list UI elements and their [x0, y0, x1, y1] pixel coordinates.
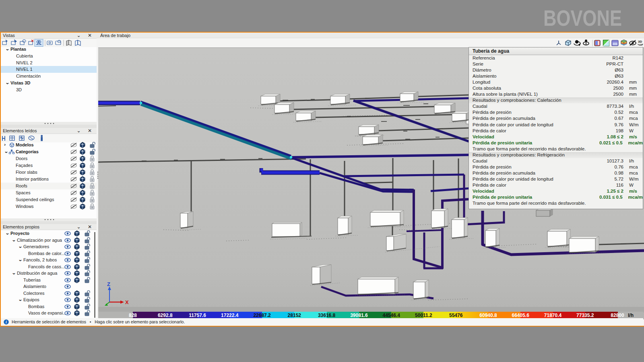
- svg-text:3D: 3D: [638, 40, 642, 43]
- svg-text:100: 100: [639, 43, 643, 46]
- svg-text:Z: Z: [107, 281, 110, 287]
- svg-text:X: X: [125, 299, 129, 305]
- svg-text:i: i: [6, 320, 7, 324]
